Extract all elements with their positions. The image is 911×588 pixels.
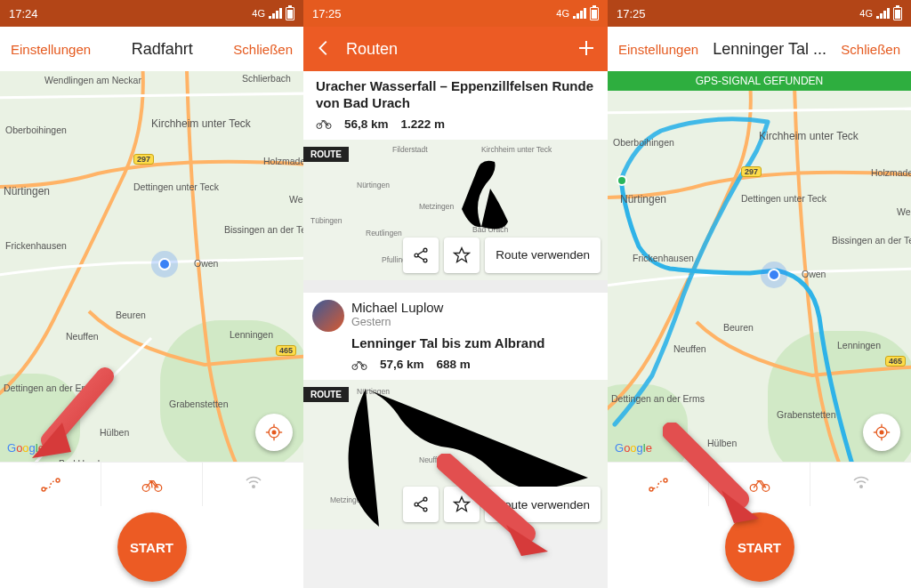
share-icon: [412, 246, 430, 264]
plus-icon: [576, 37, 597, 59]
crosshair-icon: [265, 423, 283, 441]
svg-point-6: [42, 487, 45, 491]
route-card[interactable]: Michael Luplow Gestern Lenninger Tal bis…: [303, 293, 608, 530]
bottom-tabs: [0, 462, 303, 506]
start-button[interactable]: START: [117, 512, 187, 582]
svg-point-30: [762, 484, 770, 491]
tab-route[interactable]: [608, 463, 709, 506]
map[interactable]: 297 465 Oberboihingen Kirchheim unter Te…: [608, 91, 911, 462]
add-route-button[interactable]: [576, 37, 597, 61]
status-bar: 17:24 4G: [0, 0, 303, 27]
settings-link[interactable]: Einstellungen: [618, 42, 698, 57]
map-label: Beuren: [723, 322, 754, 333]
share-button[interactable]: [403, 238, 439, 273]
settings-link[interactable]: Einstellungen: [11, 42, 91, 57]
map-label: Oberboihingen: [5, 125, 67, 135]
svg-point-0: [272, 431, 277, 435]
mini-map[interactable]: Nürtingen Neuffen Metzingen ROUTE Route …: [303, 380, 608, 529]
map-label: Kirchheim unter Teck: [151, 117, 251, 130]
tab-sensor[interactable]: [203, 463, 303, 506]
map-label: Grabenstetten: [777, 409, 836, 420]
user-location-dot: [158, 258, 171, 270]
signal-icon: [573, 8, 586, 19]
back-button[interactable]: [314, 38, 334, 60]
road-shield: 465: [276, 345, 296, 356]
screen-routes: 17:25 4G Routen Uracher Wasserfall – Epp…: [303, 0, 608, 588]
favorite-button[interactable]: [444, 238, 480, 273]
svg-point-9: [155, 484, 162, 491]
status-time: 17:24: [9, 7, 38, 20]
app-bar: Einstellungen Lenninger Tal ... Schließe…: [608, 27, 911, 71]
map-label: Dettingen an der Erms: [611, 393, 705, 404]
network-label: 4G: [859, 8, 873, 19]
use-route-button[interactable]: Route verwenden: [485, 487, 601, 522]
map-label: Bissingen an der Teck: [224, 224, 303, 235]
mini-map[interactable]: Filderstadt Kirchheim unter Teck Nürting…: [303, 140, 608, 280]
share-button[interactable]: [403, 487, 439, 522]
svg-point-19: [423, 497, 427, 501]
map-label: We: [289, 194, 303, 205]
svg-point-20: [423, 508, 427, 511]
map-label: Owen: [194, 258, 218, 269]
tab-bike[interactable]: [101, 463, 203, 506]
map-label: Hülben: [100, 427, 129, 438]
status-icons: 4G: [859, 7, 902, 20]
routes-list[interactable]: Uracher Wasserfall – Eppenzillfelsen Run…: [303, 71, 608, 588]
start-area: START: [608, 506, 911, 588]
tab-route[interactable]: [0, 463, 101, 506]
status-icons: 4G: [252, 7, 294, 20]
tab-sensor[interactable]: [810, 463, 911, 506]
map-label: Bad Urach: [59, 458, 103, 462]
back-icon: [314, 38, 334, 58]
route-distance: 57,6 km: [380, 358, 424, 371]
status-time: 17:25: [617, 7, 646, 20]
route-meta: 56,8 km 1.222 m: [316, 117, 595, 131]
bike-icon: [749, 476, 770, 494]
route-icon: [40, 476, 61, 494]
start-button[interactable]: START: [725, 512, 794, 582]
map-label: Bissingen an der Teck: [832, 235, 911, 246]
status-time: 17:25: [312, 7, 342, 20]
map-label: Oberboihingen: [613, 137, 674, 148]
map-label: Dettingen unter Teck: [741, 193, 826, 204]
use-route-button[interactable]: Route verwenden: [485, 238, 601, 273]
map-label: Hülben: [707, 438, 737, 448]
svg-point-7: [56, 479, 60, 482]
route-elevation: 688 m: [437, 358, 471, 371]
app-bar: Routen: [303, 27, 608, 71]
route-tag: ROUTE: [303, 387, 349, 402]
close-link[interactable]: Schließen: [233, 42, 293, 57]
status-bar: 17:25 4G: [608, 0, 911, 27]
route-tag: ROUTE: [303, 147, 349, 162]
route-card[interactable]: Uracher Wasserfall – Eppenzillfelsen Run…: [303, 71, 608, 280]
map-label: Frickenhausen: [633, 253, 694, 263]
map-label: Römerstein: [240, 461, 288, 462]
svg-point-28: [664, 479, 667, 482]
battery-icon: [893, 7, 902, 20]
route-title: Lenninger Tal bis zum Albrand: [351, 335, 595, 352]
locate-button[interactable]: [255, 414, 293, 451]
route-when: Gestern: [351, 316, 595, 328]
avatar[interactable]: [312, 300, 344, 332]
star-icon: [453, 246, 471, 264]
locate-button[interactable]: [863, 414, 900, 451]
bike-icon: [141, 476, 163, 494]
map[interactable]: 297 465 Wendlingen am Neckar Schlierbach…: [0, 71, 303, 462]
map-label: Holzmade: [871, 167, 911, 178]
battery-icon: [590, 7, 599, 20]
map-label: Nürtingen: [4, 185, 50, 197]
svg-point-27: [649, 487, 653, 491]
signal-icon: [269, 8, 282, 19]
battery-icon: [286, 7, 294, 20]
map-label: Dettingen an der Erms: [4, 383, 97, 393]
close-link[interactable]: Schließen: [841, 42, 900, 57]
share-icon: [412, 495, 430, 513]
sensor-icon: [851, 476, 872, 494]
tab-bike[interactable]: [709, 463, 810, 506]
route-icon: [648, 476, 669, 494]
svg-point-18: [415, 503, 418, 506]
status-bar: 17:25 4G: [303, 0, 608, 27]
favorite-button[interactable]: [444, 487, 480, 522]
use-route-label: Route verwenden: [496, 498, 590, 511]
svg-point-21: [880, 431, 884, 435]
